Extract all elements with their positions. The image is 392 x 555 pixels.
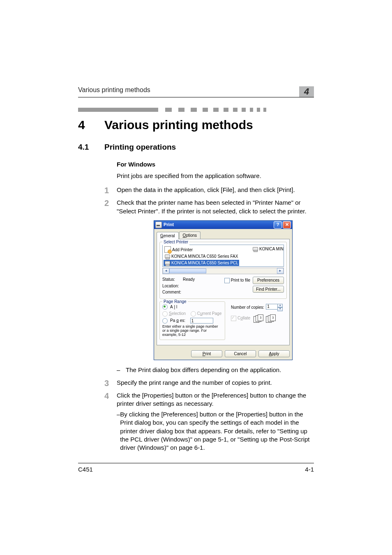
print-button[interactable]: Print bbox=[191, 350, 222, 358]
radio-pages[interactable]: Pages: bbox=[162, 318, 222, 324]
printer-item-ps[interactable]: KONICA MINOLTA C650 Series PS bbox=[251, 246, 284, 252]
title-bar[interactable]: Print ? ✕ bbox=[154, 221, 292, 229]
intro-paragraph: Print jobs are specified from the applic… bbox=[117, 172, 314, 180]
collate-checkbox: Collate bbox=[231, 315, 250, 321]
add-printer-item[interactable]: Add Printer bbox=[164, 246, 239, 253]
tab-general[interactable]: General bbox=[157, 232, 179, 240]
copies-input[interactable] bbox=[266, 304, 277, 310]
dialog-title: Print bbox=[164, 222, 273, 228]
group-label: Page Range bbox=[162, 299, 188, 305]
collate-icon: 123 123 bbox=[254, 314, 277, 322]
select-printer-group: Select Printer Add Printer KONICA MINOLT… bbox=[159, 242, 287, 299]
scroll-right-button[interactable]: ► bbox=[277, 268, 284, 274]
step-number: 4 bbox=[104, 391, 117, 452]
spin-down[interactable]: ▼ bbox=[277, 308, 283, 311]
chapter-marker: 4 bbox=[299, 86, 314, 97]
printer-icon bbox=[164, 261, 170, 266]
radio-all[interactable]: All bbox=[162, 304, 222, 310]
page-footer: C451 4-1 bbox=[78, 463, 314, 473]
section-title: Printing operations bbox=[104, 143, 176, 152]
step-text: Specify the print range and the number o… bbox=[117, 379, 314, 387]
add-printer-icon bbox=[164, 246, 171, 253]
printer-item-fax[interactable]: KONICA MINOLTA C650 Series FAX bbox=[164, 253, 239, 260]
step-text: Check that the printer name has been sel… bbox=[117, 199, 314, 215]
preferences-button[interactable]: Preferences bbox=[253, 277, 284, 284]
printer-icon bbox=[164, 254, 170, 259]
step-1: 1 Open the data in the application, clic… bbox=[104, 186, 314, 194]
step-2: 2 Check that the printer name has been s… bbox=[104, 199, 314, 215]
pages-input[interactable] bbox=[190, 318, 213, 324]
step-3: 3 Specify the print range and the number… bbox=[104, 379, 314, 387]
step-4-note: By clicking the [Preferences] button or … bbox=[120, 410, 314, 452]
chapter-title: Various printing methods bbox=[104, 118, 253, 132]
copies-group: Number of copies: ▲▼ Collate 1 bbox=[228, 301, 287, 340]
apply-button[interactable]: Apply bbox=[258, 350, 290, 358]
step-text: Open the data in the application, click … bbox=[117, 186, 314, 194]
scroll-track[interactable] bbox=[169, 268, 277, 273]
help-button[interactable]: ? bbox=[274, 221, 282, 229]
section-number: 4.1 bbox=[78, 143, 104, 152]
tab-options[interactable]: Options bbox=[179, 231, 201, 239]
page-range-group: Page Range All Selection Current Page Pa… bbox=[159, 301, 225, 340]
printer-icon bbox=[155, 222, 162, 228]
scroll-left-button[interactable]: ◄ bbox=[163, 268, 169, 274]
copies-stepper[interactable]: ▲▼ bbox=[266, 304, 283, 311]
find-printer-button[interactable]: Find Printer... bbox=[253, 286, 284, 293]
step-2-note: – The Print dialog box differs depending… bbox=[117, 366, 314, 374]
scroll-thumb[interactable] bbox=[169, 268, 206, 273]
radio-selection: Selection bbox=[162, 311, 186, 317]
section-heading: 4.1 Printing operations bbox=[78, 143, 314, 152]
running-title: Various printing methods bbox=[78, 86, 150, 93]
print-dialog-screenshot: Print ? ✕ General Options Select Printer bbox=[154, 220, 314, 361]
printer-item-pcl[interactable]: KONICA MINOLTA C650 Series PCL bbox=[164, 260, 239, 266]
close-button[interactable]: ✕ bbox=[283, 221, 291, 229]
step-text: Click the [Properties] button or the [Pr… bbox=[117, 391, 314, 452]
print-dialog: Print ? ✕ General Options Select Printer bbox=[154, 220, 293, 361]
subheading: For Windows bbox=[117, 161, 314, 168]
copies-label: Number of copies: bbox=[231, 305, 264, 310]
step-number: 2 bbox=[104, 199, 117, 215]
running-header: Various printing methods 4 bbox=[78, 86, 314, 97]
footer-page-number: 4-1 bbox=[305, 466, 314, 473]
printer-status: Status:Ready Location: Comment: bbox=[162, 277, 220, 296]
tab-strip: General Options bbox=[154, 229, 292, 239]
spin-up[interactable]: ▲ bbox=[277, 304, 283, 308]
step-number: 1 bbox=[104, 186, 117, 194]
group-label: Select Printer bbox=[162, 239, 189, 245]
decorative-bar: for(let i=0;i<23;i++){document.write('<d… bbox=[78, 108, 314, 112]
print-to-file-checkbox[interactable]: Print to file bbox=[224, 278, 250, 283]
chapter-number: 4 bbox=[78, 118, 104, 132]
printer-icon bbox=[252, 247, 258, 252]
pages-hint: Enter either a single page number or a s… bbox=[162, 325, 222, 337]
step-number: 3 bbox=[104, 379, 117, 387]
footer-model: C451 bbox=[78, 466, 93, 473]
radio-current-page: Current Page bbox=[191, 311, 222, 317]
cancel-button[interactable]: Cancel bbox=[225, 350, 256, 358]
printer-list[interactable]: Add Printer KONICA MINOLTA C650 Series F… bbox=[162, 245, 284, 267]
step-4: 4 Click the [Properties] button or the [… bbox=[104, 391, 314, 452]
horizontal-scrollbar[interactable]: ◄ ► bbox=[162, 268, 284, 274]
chapter-heading: 4 Various printing methods bbox=[78, 118, 314, 132]
